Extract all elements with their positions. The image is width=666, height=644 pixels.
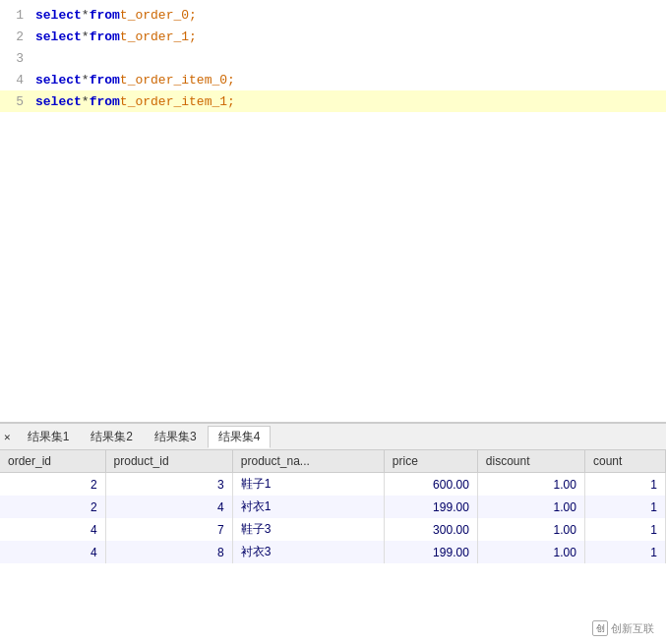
table-header-cell: product_na... (232, 450, 384, 473)
table-header-cell: discount (477, 450, 584, 473)
table-cell: 衬衣1 (232, 496, 384, 518)
table-cell: 1 (584, 541, 665, 563)
code-line: 3 (0, 47, 666, 69)
table-cell: 199.00 (384, 541, 477, 563)
table-cell: 1 (584, 473, 665, 497)
table-cell: 1.00 (477, 518, 584, 541)
tab-item[interactable]: 结果集1 (17, 426, 81, 448)
code-line: 2select * from t_order_1; (0, 26, 666, 47)
code-editor[interactable]: 1select * from t_order_0;2select * from … (0, 0, 666, 423)
table-row: 24衬衣1199.001.001 (0, 496, 666, 518)
results-table-wrapper: order_idproduct_idproduct_na...pricedisc… (0, 450, 666, 563)
results-table: order_idproduct_idproduct_na...pricedisc… (0, 450, 666, 563)
code-line: 4select * from t_order_item_0; (0, 69, 666, 90)
table-cell: 4 (0, 541, 105, 563)
watermark-icon: 创 (592, 620, 608, 636)
table-header-cell: order_id (0, 450, 105, 473)
table-header: order_idproduct_idproduct_na...pricedisc… (0, 450, 666, 473)
table-cell: 衬衣3 (232, 541, 384, 563)
table-cell: 鞋子1 (232, 473, 384, 497)
line-number: 4 (8, 73, 24, 88)
table-cell: 4 (0, 518, 105, 541)
line-number: 5 (8, 94, 24, 109)
table-cell: 1.00 (477, 541, 584, 563)
table-cell: 199.00 (384, 496, 477, 518)
results-tabs-bar: ✕ 结果集1结果集2结果集3结果集4 (0, 423, 666, 450)
close-results-button[interactable]: ✕ (4, 431, 11, 443)
table-cell: 600.00 (384, 473, 477, 497)
table-cell: 1.00 (477, 496, 584, 518)
table-cell: 1 (584, 518, 665, 541)
table-header-row: order_idproduct_idproduct_na...pricedisc… (0, 450, 666, 473)
table-row: 23鞋子1600.001.001 (0, 473, 666, 497)
table-cell: 300.00 (384, 518, 477, 541)
table-cell: 鞋子3 (232, 518, 384, 541)
watermark: 创 创新互联 (588, 618, 658, 638)
table-cell: 4 (105, 496, 232, 518)
table-row: 48衬衣3199.001.001 (0, 541, 666, 563)
table-cell: 8 (105, 541, 232, 563)
table-cell: 1.00 (477, 473, 584, 497)
line-number: 2 (8, 29, 24, 44)
table-cell: 2 (0, 496, 105, 518)
line-number: 1 (8, 8, 24, 23)
table-body: 23鞋子1600.001.00124衬衣1199.001.00147鞋子3300… (0, 473, 666, 564)
tab-item[interactable]: 结果集4 (208, 426, 272, 448)
code-line: 5select * from t_order_item_1; (0, 90, 666, 112)
table-header-cell: product_id (105, 450, 232, 473)
table-cell: 2 (0, 473, 105, 497)
table-cell: 3 (105, 473, 232, 497)
table-header-cell: price (384, 450, 477, 473)
table-row: 47鞋子3300.001.001 (0, 518, 666, 541)
table-cell: 7 (105, 518, 232, 541)
line-number: 3 (8, 51, 24, 66)
tab-item[interactable]: 结果集3 (144, 426, 208, 448)
code-line: 1select * from t_order_0; (0, 4, 666, 26)
watermark-text: 创新互联 (611, 621, 654, 636)
table-cell: 1 (584, 496, 665, 518)
table-header-cell: count (584, 450, 665, 473)
tab-item[interactable]: 结果集2 (80, 426, 144, 448)
